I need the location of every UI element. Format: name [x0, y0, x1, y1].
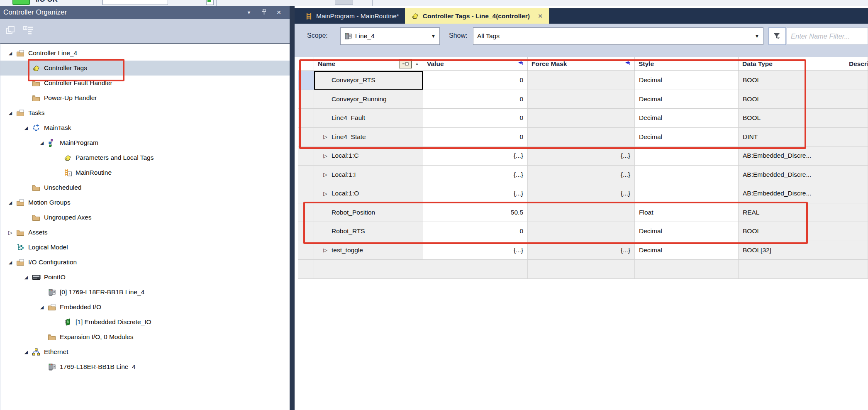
description-cell[interactable]: [845, 222, 868, 241]
tree-expanded-arrow-icon[interactable]: ◢: [5, 51, 15, 56]
force-mask-cell[interactable]: [528, 90, 635, 109]
show-combobox[interactable]: All Tags ▼: [473, 27, 763, 45]
style-cell[interactable]: Float: [635, 203, 739, 222]
clipped-combobox[interactable]: [102, 0, 168, 5]
tree-expanded-arrow-icon[interactable]: ◢: [5, 110, 15, 116]
tree-item-motion-groups[interactable]: ◢Motion Groups: [0, 195, 290, 210]
row-selector-cell[interactable]: [298, 166, 314, 185]
name-filter-input[interactable]: [787, 28, 868, 44]
column-header-description[interactable]: Description: [845, 57, 868, 71]
tree-item-controller-line-4[interactable]: ◢Controller Line_4: [0, 46, 290, 61]
data-type-cell[interactable]: BOOL: [739, 90, 845, 109]
description-cell[interactable]: [845, 71, 868, 90]
tree-item-logical-model[interactable]: Logical Model: [0, 240, 290, 255]
force-mask-cell[interactable]: [528, 222, 635, 241]
data-type-cell[interactable]: REAL: [739, 203, 845, 222]
value-cell[interactable]: {...}: [423, 146, 528, 166]
tree-item-power-up-handler[interactable]: Power-Up Handler: [0, 90, 290, 105]
column-header-data-type[interactable]: Data Type: [739, 57, 845, 71]
tree-item-ungrouped-axes[interactable]: Ungrouped Axes: [0, 210, 290, 225]
value-cell[interactable]: {...}: [423, 166, 528, 185]
window-position-menu-icon[interactable]: ▼: [241, 10, 256, 15]
scope-combobox[interactable]: Line_4 ▼: [340, 27, 440, 45]
description-cell[interactable]: [845, 203, 868, 222]
row-selector-cell[interactable]: [298, 90, 314, 109]
panel-splitter[interactable]: [290, 6, 295, 410]
name-cell[interactable]: Conveyor_RTS: [314, 71, 423, 90]
data-type-cell[interactable]: BOOL[32]: [739, 241, 845, 260]
name-cell[interactable]: ▷test_toggle: [314, 241, 423, 260]
force-mask-cell[interactable]: {...}: [528, 146, 635, 166]
style-cell[interactable]: Decimal: [635, 71, 739, 90]
expand-tag-icon[interactable]: ▷: [319, 134, 332, 140]
force-mask-cell[interactable]: {...}: [528, 241, 635, 260]
name-cell[interactable]: Robot_RTS: [314, 222, 423, 241]
value-cell[interactable]: 50.5: [423, 203, 528, 222]
data-type-cell[interactable]: BOOL: [739, 222, 845, 241]
tree-expanded-arrow-icon[interactable]: ◢: [21, 275, 31, 280]
data-type-cell[interactable]: BOOL: [739, 109, 845, 128]
expand-tag-icon[interactable]: ▷: [319, 247, 332, 253]
force-mask-cell[interactable]: {...}: [528, 166, 635, 185]
tree-item-expansion-i-o-0-modules[interactable]: Expansion I/O, 0 Modules: [0, 329, 290, 344]
column-header-value[interactable]: Value: [423, 57, 528, 71]
row-selector-cell[interactable]: [298, 203, 314, 222]
tree-item-controller-fault-handler[interactable]: Controller Fault Handler: [0, 76, 290, 90]
style-cell[interactable]: Decimal: [635, 109, 739, 128]
tree-expanded-arrow-icon[interactable]: ◢: [37, 305, 47, 310]
force-mask-cell[interactable]: [528, 128, 635, 147]
tree-item-1-embedded-discrete-io[interactable]: [1] Embedded Discrete_IO: [0, 315, 290, 329]
description-cell[interactable]: [845, 90, 868, 109]
tree-item-parameters-and-local-tags[interactable]: Parameters and Local Tags: [0, 150, 290, 165]
value-cell[interactable]: 0: [423, 109, 528, 128]
tab-controller-tags-line-4-controller[interactable]: Controller Tags - Line_4(controller)✕: [405, 8, 549, 24]
value-cell[interactable]: 0: [423, 222, 528, 241]
tree-item-assets[interactable]: ▷Assets: [0, 225, 290, 240]
tree-item-mainprogram[interactable]: ◢MainProgram: [0, 135, 290, 150]
value-cell[interactable]: 0: [423, 128, 528, 147]
description-cell[interactable]: [845, 184, 868, 203]
row-selector-cell[interactable]: [298, 146, 314, 166]
style-cell[interactable]: [635, 166, 739, 185]
tree-item-1769-l18er-bb1b-line-4[interactable]: 1769-L18ER-BB1B Line_4: [0, 359, 290, 374]
close-panel-icon[interactable]: ✕: [271, 9, 286, 16]
new-tag-row[interactable]: [298, 260, 868, 279]
tree-expanded-arrow-icon[interactable]: ◢: [5, 260, 15, 265]
name-cell[interactable]: ▷Local:1:I: [314, 166, 423, 185]
name-cell[interactable]: ▷Local:1:O: [314, 184, 423, 203]
row-selector-cell[interactable]: [298, 222, 314, 241]
value-cell[interactable]: {...}: [423, 241, 528, 260]
data-type-cell[interactable]: AB:Embedded_Discre...: [739, 184, 845, 203]
description-cell[interactable]: [845, 146, 868, 166]
collapse-all-icon[interactable]: [5, 25, 16, 37]
value-cell[interactable]: {...}: [423, 184, 528, 203]
tree-item-mainroutine[interactable]: 1MainRoutine: [0, 165, 290, 180]
description-cell[interactable]: [845, 166, 868, 185]
column-header-style[interactable]: Style: [635, 57, 739, 71]
tree-item-0-1769-l18er-bb1b-line-4[interactable]: [0] 1769-L18ER-BB1B Line_4: [0, 285, 290, 300]
column-header-force-mask[interactable]: Force Mask: [528, 57, 635, 71]
name-cell[interactable]: Robot_Position: [314, 203, 423, 222]
tree-expanded-arrow-icon[interactable]: ◢: [5, 200, 15, 205]
tree-item-maintask[interactable]: ◢MainTask: [0, 120, 290, 135]
value-cell[interactable]: 0: [423, 71, 528, 90]
tree-item-tasks[interactable]: ◢Tasks: [0, 105, 290, 120]
tree-collapsed-arrow-icon[interactable]: ▷: [5, 229, 15, 236]
row-selector-cell[interactable]: [298, 109, 314, 128]
data-type-cell[interactable]: DINT: [739, 128, 845, 147]
name-cell[interactable]: Conveyor_Running: [314, 90, 423, 109]
style-cell[interactable]: [635, 184, 739, 203]
force-mask-cell[interactable]: [528, 203, 635, 222]
style-cell[interactable]: Decimal: [635, 90, 739, 109]
row-selector-cell[interactable]: [298, 241, 314, 260]
tab-mainprogram-mainroutine[interactable]: MainProgram - MainRoutine*: [300, 8, 405, 24]
auto-hide-pin-icon[interactable]: [256, 9, 271, 16]
expand-tag-icon[interactable]: ▷: [319, 190, 332, 197]
force-mask-cell[interactable]: [528, 109, 635, 128]
row-selector-cell[interactable]: [298, 184, 314, 203]
tree-item-pointio[interactable]: ◢PointIO: [0, 270, 290, 285]
row-selector-cell[interactable]: [298, 128, 314, 147]
data-type-cell[interactable]: BOOL: [739, 71, 845, 90]
force-mask-cell[interactable]: {...}: [528, 184, 635, 203]
value-cell[interactable]: 0: [423, 90, 528, 109]
